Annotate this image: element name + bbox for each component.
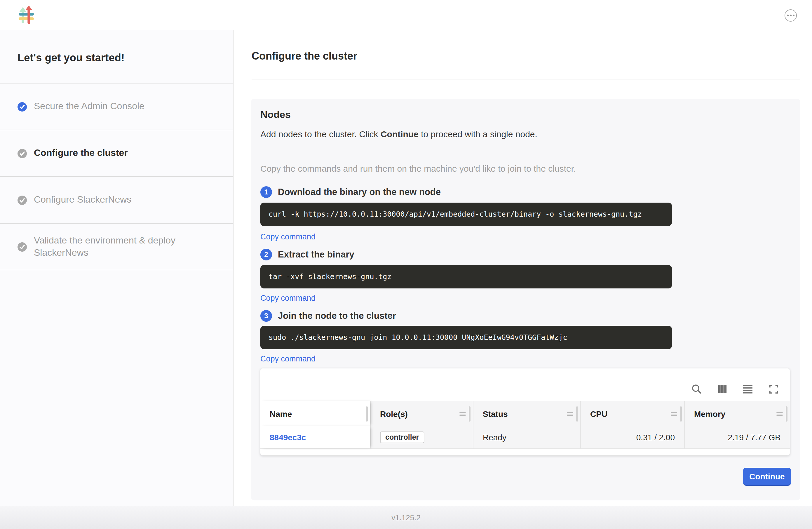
step-1-title: Download the binary on the new node [278, 187, 441, 197]
column-header-label: CPU [590, 409, 607, 418]
nodes-heading: Nodes [260, 109, 789, 121]
node-memory-cell: 2.19 / 7.77 GB [684, 426, 790, 448]
column-resize-handle[interactable] [785, 406, 787, 421]
continue-button[interactable]: Continue [743, 468, 791, 486]
column-resize-handle[interactable] [366, 406, 368, 421]
node-name-cell: 8849ec3c [260, 426, 370, 448]
step-pending-icon [17, 195, 27, 205]
node-name-link[interactable]: 8849ec3c [270, 433, 306, 442]
step-pending-icon [17, 148, 27, 158]
node-cpu-cell: 0.31 / 2.00 [580, 426, 684, 448]
column-header-label: Status [483, 409, 508, 418]
step-3-title: Join the node to the cluster [278, 311, 396, 321]
step-3-number-badge: 3 [260, 310, 272, 322]
step-1-copy-command-link[interactable]: Copy command [260, 232, 316, 241]
column-resize-handle[interactable] [576, 406, 578, 421]
nodes-card: Nodes Add nodes to the cluster. Click Co… [251, 99, 800, 500]
toggle-fullscreen-icon[interactable] [768, 383, 779, 395]
version-label: v1.125.2 [391, 513, 421, 522]
slackernews-logo-icon [17, 6, 35, 25]
step-2-title: Extract the binary [278, 249, 354, 260]
step-1-number-badge: 1 [260, 186, 272, 198]
nodes-table-container: Name Role(s) Status CPU [260, 369, 790, 455]
table-header-row: Name Role(s) Status CPU [260, 401, 790, 426]
step-2-command-code: tar -xvf slackernews-gnu.tgz [260, 265, 672, 288]
node-status-cell: Ready [473, 426, 580, 448]
column-header-label: Name [270, 409, 292, 418]
column-resize-handle[interactable] [468, 406, 470, 421]
nodes-description: Add nodes to the cluster. Click Continue… [260, 129, 789, 139]
table-toolbar [260, 369, 790, 401]
description-text: Add nodes to the cluster. Click [260, 129, 381, 139]
column-header-label: Role(s) [380, 409, 408, 418]
role-badge: controller [380, 431, 424, 443]
page-title: Configure the cluster [251, 50, 812, 62]
column-header-status[interactable]: Status [473, 401, 580, 426]
sidebar-item-validate-deploy: Validate the environment & deploy Slacke… [0, 224, 233, 270]
step-complete-icon [17, 102, 27, 111]
sidebar-item-secure-admin-console: Secure the Admin Console [0, 84, 233, 130]
setup-steps-sidebar: Let's get you started! Secure the Admin … [0, 30, 233, 506]
step-2-header: 2 Extract the binary [260, 249, 789, 260]
main-content: Configure the cluster Nodes Add nodes to… [234, 30, 812, 506]
more-options-button[interactable] [785, 9, 797, 22]
sidebar-item-label: Configure SlackerNews [34, 194, 131, 206]
top-bar [0, 0, 812, 30]
sidebar-title: Let's get you started! [0, 30, 233, 84]
sidebar-item-label: Secure the Admin Console [34, 100, 144, 113]
column-resize-handle[interactable] [680, 406, 682, 421]
table-row: 8849ec3c controller Ready 0.31 / 2.00 2.… [260, 426, 790, 449]
step-pending-icon [17, 242, 27, 252]
node-roles-cell: controller [370, 426, 473, 448]
card-actions: Continue [260, 468, 789, 486]
sidebar-item-configure-cluster: Configure the cluster [0, 130, 233, 177]
step-2-number-badge: 2 [260, 249, 272, 260]
step-1-command-code: curl -k https://10.0.0.11:30000/api/v1/e… [260, 203, 672, 226]
toggle-density-icon[interactable] [742, 383, 754, 395]
step-3-command-code: sudo ./slackernews-gnu join 10.0.0.11:30… [260, 326, 672, 349]
step-1-header: 1 Download the binary on the new node [260, 186, 789, 198]
column-drag-handle[interactable] [776, 412, 783, 416]
description-bold: Continue [381, 129, 419, 139]
column-header-memory[interactable]: Memory [684, 401, 790, 426]
column-header-roles[interactable]: Role(s) [370, 401, 473, 426]
column-header-label: Memory [694, 409, 725, 418]
sidebar-item-label: Validate the environment & deploy Slacke… [34, 234, 208, 259]
step-3-header: 3 Join the node to the cluster [260, 310, 789, 322]
column-drag-handle[interactable] [567, 412, 573, 416]
title-divider [251, 79, 800, 80]
show-hide-columns-icon[interactable] [716, 383, 728, 395]
search-icon[interactable] [691, 383, 702, 395]
footer: v1.125.2 [0, 506, 812, 529]
sidebar-item-label: Configure the cluster [34, 147, 128, 159]
copy-commands-hint: Copy the commands and run them on the ma… [260, 163, 789, 173]
column-header-name[interactable]: Name [260, 401, 370, 426]
sidebar-item-configure-slackernews: Configure SlackerNews [0, 177, 233, 224]
description-text: to proceed with a single node. [419, 129, 537, 139]
column-header-cpu[interactable]: CPU [580, 401, 684, 426]
step-2-copy-command-link[interactable]: Copy command [260, 294, 316, 302]
column-drag-handle[interactable] [459, 412, 466, 416]
column-drag-handle[interactable] [670, 412, 677, 416]
step-3-copy-command-link[interactable]: Copy command [260, 354, 316, 363]
